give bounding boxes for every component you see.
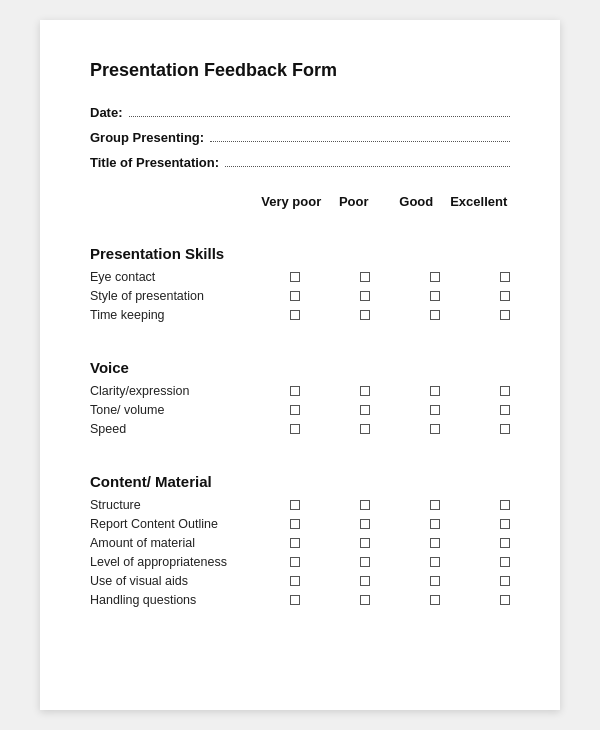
radio-col [400, 405, 470, 415]
radio-col [260, 538, 330, 548]
radio-option[interactable] [500, 519, 510, 529]
item-row: Report Content Outline [90, 517, 510, 531]
radio-col [400, 500, 470, 510]
radio-option[interactable] [290, 595, 300, 605]
radio-col [260, 310, 330, 320]
radio-option[interactable] [290, 538, 300, 548]
radio-col [400, 310, 470, 320]
radio-option[interactable] [360, 424, 370, 434]
radio-col [470, 386, 540, 396]
radio-col [470, 424, 540, 434]
radio-option[interactable] [360, 557, 370, 567]
radio-option[interactable] [500, 291, 510, 301]
radio-option[interactable] [500, 576, 510, 586]
radio-option[interactable] [500, 310, 510, 320]
radio-col [330, 424, 400, 434]
item-row: Eye contact [90, 270, 510, 284]
field-dots-group[interactable] [210, 141, 510, 142]
radio-option[interactable] [430, 519, 440, 529]
radio-option[interactable] [430, 272, 440, 282]
radio-col [260, 386, 330, 396]
item-label: Eye contact [90, 270, 260, 284]
radio-col [260, 291, 330, 301]
radio-option[interactable] [290, 557, 300, 567]
radio-option[interactable] [290, 576, 300, 586]
radio-option[interactable] [360, 291, 370, 301]
radio-option[interactable] [290, 272, 300, 282]
radio-col [470, 595, 540, 605]
rating-col-header: Very poor [260, 194, 323, 209]
radio-option[interactable] [360, 310, 370, 320]
radio-col [400, 386, 470, 396]
radio-option[interactable] [290, 424, 300, 434]
radio-option[interactable] [500, 595, 510, 605]
radio-col [260, 424, 330, 434]
radio-col [260, 595, 330, 605]
radio-option[interactable] [500, 500, 510, 510]
rating-col-header: Good [385, 194, 448, 209]
field-row-title-pres: Title of Presentation: [90, 155, 510, 170]
radio-option[interactable] [430, 576, 440, 586]
radio-col [330, 500, 400, 510]
radio-col [470, 310, 540, 320]
radio-option[interactable] [360, 576, 370, 586]
item-label: Report Content Outline [90, 517, 260, 531]
item-row: Clarity/expression [90, 384, 510, 398]
radio-col [330, 272, 400, 282]
radio-option[interactable] [430, 405, 440, 415]
item-row: Speed [90, 422, 510, 436]
radio-option[interactable] [500, 272, 510, 282]
radio-option[interactable] [430, 424, 440, 434]
radio-col [470, 500, 540, 510]
radio-col [470, 538, 540, 548]
rating-col-header: Poor [323, 194, 386, 209]
radio-option[interactable] [360, 595, 370, 605]
radio-option[interactable] [360, 519, 370, 529]
radio-col [260, 405, 330, 415]
item-label: Level of appropriateness [90, 555, 260, 569]
radio-option[interactable] [430, 291, 440, 301]
radio-option[interactable] [290, 291, 300, 301]
radio-option[interactable] [290, 500, 300, 510]
radio-option[interactable] [500, 557, 510, 567]
radio-col [330, 557, 400, 567]
radio-option[interactable] [290, 310, 300, 320]
item-row: Level of appropriateness [90, 555, 510, 569]
radio-col [260, 272, 330, 282]
radio-col [470, 291, 540, 301]
item-label: Use of visual aids [90, 574, 260, 588]
item-row: Amount of material [90, 536, 510, 550]
radio-option[interactable] [360, 500, 370, 510]
radio-option[interactable] [430, 538, 440, 548]
radio-option[interactable] [500, 424, 510, 434]
item-row: Use of visual aids [90, 574, 510, 588]
item-label: Structure [90, 498, 260, 512]
radio-option[interactable] [290, 405, 300, 415]
radio-col [330, 519, 400, 529]
radio-option[interactable] [500, 386, 510, 396]
radio-col [330, 291, 400, 301]
form-page: Presentation Feedback Form Date:Group Pr… [40, 20, 560, 710]
field-dots-title-pres[interactable] [225, 166, 510, 167]
radio-option[interactable] [360, 405, 370, 415]
item-label: Time keeping [90, 308, 260, 322]
field-dots-date[interactable] [129, 116, 510, 117]
radio-option[interactable] [430, 386, 440, 396]
field-row-date: Date: [90, 105, 510, 120]
radio-option[interactable] [430, 310, 440, 320]
radio-option[interactable] [430, 557, 440, 567]
radio-col [260, 500, 330, 510]
radio-option[interactable] [290, 519, 300, 529]
radio-option[interactable] [500, 405, 510, 415]
radio-col [400, 424, 470, 434]
item-label: Speed [90, 422, 260, 436]
radio-option[interactable] [290, 386, 300, 396]
radio-option[interactable] [430, 500, 440, 510]
radio-option[interactable] [430, 595, 440, 605]
radio-option[interactable] [360, 386, 370, 396]
item-label: Style of presentation [90, 289, 260, 303]
radio-option[interactable] [500, 538, 510, 548]
radio-option[interactable] [360, 538, 370, 548]
radio-option[interactable] [360, 272, 370, 282]
item-row: Tone/ volume [90, 403, 510, 417]
